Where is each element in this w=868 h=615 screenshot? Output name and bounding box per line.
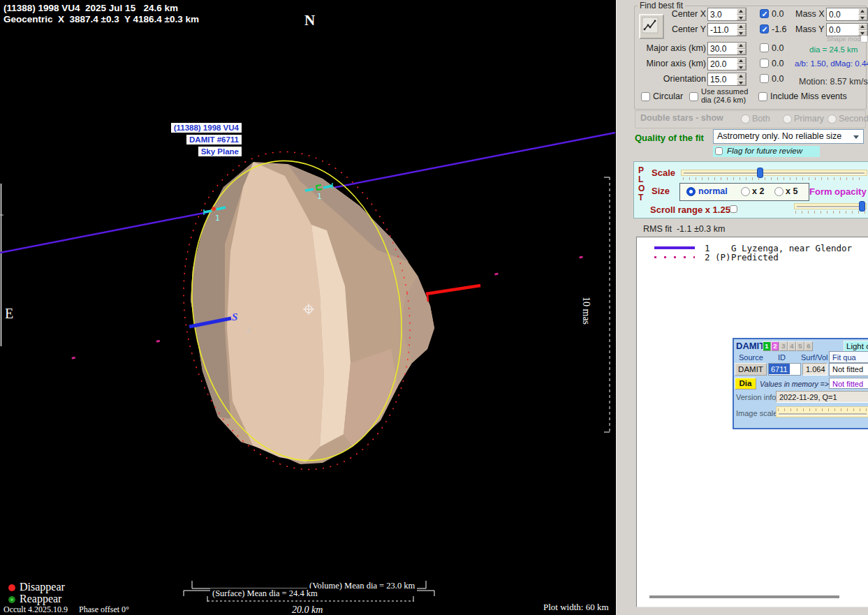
- dia-fit-value: Not fitted: [829, 378, 868, 389]
- sky-plane-plot[interactable]: 1 1 2 S N E: [0, 0, 616, 615]
- mas-scale-label: 10 mas: [580, 297, 591, 325]
- mass-x-value[interactable]: 0.0: [827, 8, 858, 20]
- center-x-spin-buttons[interactable]: [737, 8, 746, 20]
- damit-panel: DAMIT 1 2 3 4 5 6 Light c Source ID Surf…: [733, 338, 868, 429]
- form-opacity-groove: [797, 206, 864, 208]
- form-opacity-thumb[interactable]: [859, 201, 865, 212]
- damit-col-fit: Fit qua: [829, 351, 868, 363]
- center-y-label: Center Y: [655, 24, 706, 34]
- scale-bar-label: 20.0 km: [292, 605, 323, 615]
- south-label: S: [232, 311, 237, 323]
- damit-tab-2[interactable]: 2: [771, 341, 779, 351]
- surface-mean-dia-label: (Surface) Mean dia = 24.4 km: [210, 588, 320, 599]
- phase-offset-label: Phase offset 0°: [79, 605, 129, 615]
- app-version-label: Occult 4.2025.10.9: [3, 605, 68, 615]
- assumed-dia-checkbox[interactable]: [689, 92, 698, 101]
- observer-row[interactable]: 2 (P) Predicted: [637, 252, 868, 261]
- minor-axis-spin-buttons[interactable]: [737, 58, 746, 70]
- major-axis-checkbox[interactable]: [760, 43, 769, 52]
- scale-slider[interactable]: [681, 170, 867, 176]
- assumed-dia-label: Use assumeddia (24.6 km): [701, 87, 748, 104]
- image-scale-slider[interactable]: [776, 406, 868, 417]
- damit-col-surfvol: Surf/Vol: [801, 353, 828, 362]
- circular-checkbox[interactable]: [641, 92, 650, 101]
- damit-surfvol-value: 1.064: [802, 363, 827, 376]
- flag-review-checkbox[interactable]: [715, 147, 723, 155]
- size-x2-radio[interactable]: [741, 187, 750, 196]
- mass-y-label: Mass Y: [795, 24, 824, 34]
- major-axis-spinner[interactable]: 30.0: [707, 42, 746, 55]
- miss-events-checkbox[interactable]: [758, 92, 767, 101]
- orientation-checkbox[interactable]: [760, 74, 769, 83]
- image-scale-ticks: [778, 408, 867, 411]
- mass-y-value[interactable]: 0.0: [827, 24, 858, 36]
- damit-id-field[interactable]: 6711: [768, 363, 801, 376]
- miss-events-label: Include Miss events: [770, 91, 847, 101]
- damit-tab-4[interactable]: 4: [788, 341, 796, 351]
- orientation-spin-buttons[interactable]: [737, 73, 746, 85]
- mass-y-spin-buttons[interactable]: [858, 24, 867, 36]
- minor-axis-checkbox[interactable]: [760, 59, 769, 68]
- observer2-name: Predicted: [731, 252, 779, 262]
- control-panel: Find best fit Center X 3.0 0.0 Center Y …: [616, 0, 868, 615]
- mas-scale-bracket: [604, 177, 610, 432]
- center-y-checkbox[interactable]: [760, 24, 769, 34]
- ab-dmag-readout: a/b: 1.50, dMag: 0.44: [795, 59, 868, 68]
- center-x-value[interactable]: 3.0: [708, 8, 737, 20]
- double-stars-secondary-radio[interactable]: [827, 114, 837, 124]
- event1b-label: 1: [317, 192, 322, 201]
- flag-review-label: Flag for future review: [727, 147, 802, 155]
- scroll-range-checkbox[interactable]: [730, 205, 737, 213]
- major-axis-label: Major axis (km): [638, 43, 706, 53]
- disappear-legend-label: Disappear: [20, 581, 65, 593]
- damit-source-button[interactable]: DAMIT: [735, 363, 767, 376]
- shape-model-checkbox[interactable]: [860, 35, 868, 43]
- north-chord-red: [426, 286, 480, 294]
- circular-label: Circular: [653, 91, 683, 101]
- damit-tab-3[interactable]: 3: [779, 341, 788, 351]
- mass-x-spin-buttons[interactable]: [858, 8, 867, 20]
- horizontal-scrollbar[interactable]: [649, 595, 839, 598]
- center-y-spinner[interactable]: -11.0: [707, 23, 746, 36]
- scale-slider-thumb[interactable]: [757, 168, 763, 178]
- info-box-skyplane: Sky Plane: [198, 147, 242, 156]
- size-normal-radio[interactable]: [686, 187, 696, 196]
- minor-axis-label: Minor axis (km): [638, 59, 706, 68]
- observer-row[interactable]: 1 G Lyzenga, near Glendor: [637, 243, 868, 252]
- quality-of-fit-label: Quality of the fit: [635, 133, 704, 143]
- quality-select-value: Astrometry only. No reliable size: [717, 131, 841, 141]
- plot-title-line1: (11388) 1998 VU4 2025 Jul 15 24.6 km: [3, 3, 178, 13]
- damit-tab-5[interactable]: 5: [796, 341, 804, 351]
- damit-fit-select[interactable]: Not fitted: [829, 363, 868, 376]
- form-opacity-slider[interactable]: [794, 203, 867, 209]
- quality-select[interactable]: Astrometry only. No reliable size: [713, 129, 864, 144]
- orientation-value[interactable]: 15.0: [708, 73, 737, 85]
- scale-slider-ticks: [683, 177, 865, 180]
- center-y-spin-buttons[interactable]: [737, 24, 746, 36]
- light-curves-button[interactable]: Light c: [844, 341, 868, 352]
- size-x5-radio[interactable]: [774, 187, 784, 196]
- minor-axis-spinner[interactable]: 20.0: [707, 57, 746, 71]
- mass-x-spinner[interactable]: 0.0: [826, 8, 868, 21]
- volume-mean-dia-label: (Volume) Mean dia = 23.0 km: [307, 581, 417, 591]
- orientation-spinner[interactable]: 15.0: [707, 73, 746, 86]
- major-axis-spin-buttons[interactable]: [737, 43, 746, 54]
- orientation-adjust-value: 0.0: [772, 74, 784, 84]
- disappear-legend-dot: [8, 584, 15, 591]
- center-x-spinner[interactable]: 3.0: [707, 8, 746, 21]
- double-stars-both-radio[interactable]: [741, 114, 750, 124]
- minor-axis-value[interactable]: 20.0: [708, 58, 737, 70]
- dia-button[interactable]: Dia: [735, 378, 756, 390]
- double-stars-primary-radio[interactable]: [783, 114, 792, 124]
- major-axis-value[interactable]: 30.0: [708, 43, 737, 54]
- reappear-legend-dot-core: [10, 598, 13, 601]
- damit-panel-title: DAMIT: [736, 341, 765, 351]
- center-x-checkbox[interactable]: [760, 9, 769, 18]
- damit-tab-1[interactable]: 1: [763, 341, 771, 351]
- scale-slider-label: Scale: [652, 168, 675, 178]
- assumed-dia-line2: dia (24.6 km): [701, 96, 746, 104]
- center-y-value[interactable]: -11.0: [708, 24, 737, 36]
- version-info-value: 2022-11-29, Q=1: [776, 391, 868, 403]
- plot-letter-t: T: [638, 193, 645, 202]
- damit-tab-6[interactable]: 6: [804, 341, 813, 351]
